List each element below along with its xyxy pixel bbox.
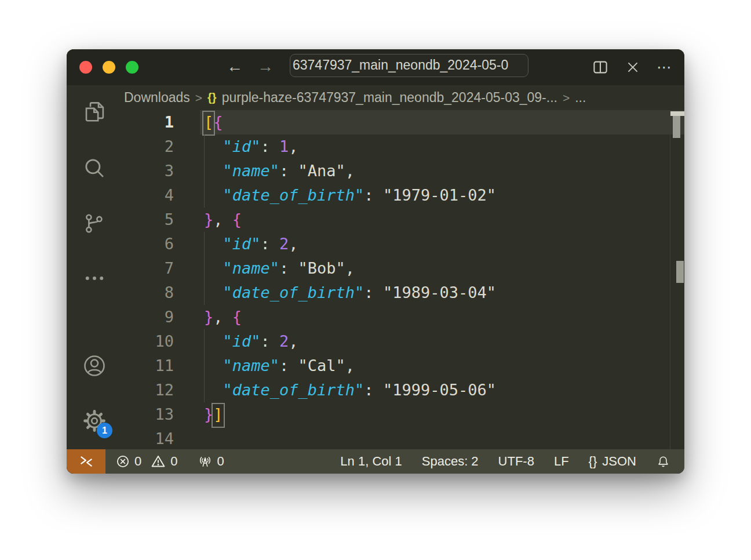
activity-bar: 1: [67, 85, 122, 449]
line-number: 9: [122, 305, 174, 329]
line-number: 12: [122, 378, 174, 402]
code-text: "date_of_birth": "1979-01-02": [204, 183, 496, 208]
title-bar: ← → 63747937_main_neondb_2024-05-0 ⋯: [67, 49, 684, 85]
eol-sequence[interactable]: LF: [554, 454, 569, 469]
code-line[interactable]: 10 "id": 2,: [122, 329, 684, 354]
indent-guide: [204, 159, 205, 183]
code-line[interactable]: 11 "name": "Cal",: [122, 354, 684, 378]
code-line[interactable]: 9}, {: [122, 305, 684, 329]
line-number: 5: [122, 208, 174, 232]
code-line[interactable]: 4 "date_of_birth": "1979-01-02": [122, 183, 684, 208]
code-text: "date_of_birth": "1999-05-06": [204, 378, 496, 402]
scrollbar-thumb[interactable]: [673, 116, 680, 138]
language-label: JSON: [602, 454, 636, 469]
indent-guide: [204, 281, 205, 305]
code-line[interactable]: 8 "date_of_birth": "1989-03-04": [122, 281, 684, 305]
zoom-traffic-light[interactable]: [126, 61, 138, 74]
accounts-icon[interactable]: [67, 345, 122, 387]
breadcrumb: Downloads > {} purple-haze-63747937_main…: [122, 85, 684, 110]
back-arrow-icon[interactable]: ←: [223, 57, 246, 77]
more-actions-icon[interactable]: ⋯: [657, 59, 672, 77]
breadcrumb-separator: >: [195, 91, 202, 105]
more-views-icon[interactable]: [67, 257, 122, 299]
command-center-title[interactable]: 63747937_main_neondb_2024-05-0: [290, 54, 528, 77]
code-line[interactable]: 6 "id": 2,: [122, 232, 684, 256]
line-number: 3: [122, 159, 174, 183]
overview-current-line-marker: [670, 111, 684, 116]
line-number: 8: [122, 281, 174, 305]
indent-guide: [204, 378, 205, 402]
explorer-icon[interactable]: [67, 91, 122, 133]
warnings-count: 0: [170, 454, 177, 469]
line-number: 10: [122, 329, 174, 354]
indent-guide: [204, 329, 205, 354]
overview-ruler-border: [670, 110, 670, 449]
notifications-bell-icon[interactable]: [656, 454, 670, 469]
overview-marker: [676, 261, 684, 283]
breadcrumb-folder[interactable]: Downloads: [124, 90, 190, 106]
encoding[interactable]: UTF-8: [498, 454, 534, 469]
close-traffic-light[interactable]: [79, 61, 92, 74]
source-control-icon[interactable]: [67, 203, 122, 245]
indent-guide: [204, 354, 205, 378]
code-text: "name": "Cal",: [204, 354, 355, 378]
line-number: 2: [122, 134, 174, 159]
vscode-window: ← → 63747937_main_neondb_2024-05-0 ⋯: [67, 49, 684, 474]
problems-warnings[interactable]: 0: [151, 454, 177, 469]
breadcrumb-file[interactable]: purple-haze-63747937_main_neondb_2024-05…: [222, 90, 557, 106]
line-number: 14: [122, 427, 174, 449]
search-icon[interactable]: [67, 147, 122, 189]
indent-guide: [204, 232, 205, 256]
ports-indicator[interactable]: 0: [198, 454, 224, 469]
line-number: 11: [122, 354, 174, 378]
code-text: }, {: [204, 305, 242, 329]
code-text: "name": "Ana",: [204, 159, 355, 183]
errors-count: 0: [134, 454, 141, 469]
code-line[interactable]: 1[{: [122, 110, 684, 134]
editor[interactable]: Downloads > {} purple-haze-63747937_main…: [122, 85, 684, 449]
json-file-icon: {}: [207, 91, 217, 104]
code-line[interactable]: 3 "name": "Ana",: [122, 159, 684, 183]
indentation[interactable]: Spaces: 2: [422, 454, 479, 469]
code-line[interactable]: 2 "id": 1,: [122, 134, 684, 159]
code-text: "name": "Bob",: [204, 256, 355, 281]
settings-gear-icon[interactable]: 1: [67, 400, 122, 442]
cursor-position[interactable]: Ln 1, Col 1: [340, 454, 402, 469]
error-icon: [116, 454, 130, 468]
code-text: [{: [204, 110, 223, 134]
code-text: "id": 1,: [204, 134, 298, 159]
split-editor-icon[interactable]: [592, 59, 609, 76]
indent-guide: [204, 256, 205, 281]
code-line[interactable]: 7 "name": "Bob",: [122, 256, 684, 281]
forward-arrow-icon[interactable]: →: [254, 57, 277, 77]
problems-errors[interactable]: 0: [116, 454, 141, 469]
code-text: "id": 2,: [204, 329, 298, 354]
line-number: 6: [122, 232, 174, 256]
line-number: 7: [122, 256, 174, 281]
code-line[interactable]: 5}, {: [122, 208, 684, 232]
line-number: 13: [122, 402, 174, 427]
warning-icon: [151, 454, 166, 469]
status-bar: 0 0 0: [67, 449, 684, 474]
close-editor-icon[interactable]: [625, 60, 640, 75]
minimize-traffic-light[interactable]: [103, 61, 115, 74]
settings-badge: 1: [97, 423, 112, 438]
braces-icon: {}: [589, 454, 597, 469]
ports-count: 0: [217, 454, 224, 469]
code-line[interactable]: 13}]: [122, 402, 684, 427]
code-lines[interactable]: 1[{2 "id": 1,3 "name": "Ana",4 "date_of_…: [122, 110, 684, 449]
code-text: }]: [204, 402, 223, 427]
code-text: "date_of_birth": "1989-03-04": [204, 281, 496, 305]
code-line[interactable]: 14: [122, 427, 684, 449]
breadcrumb-symbol-tail[interactable]: ...: [575, 90, 586, 106]
indent-guide: [204, 183, 205, 208]
radio-tower-icon: [198, 454, 213, 469]
language-mode[interactable]: {} JSON: [589, 454, 636, 469]
code-text: }, {: [204, 208, 242, 232]
line-number: 4: [122, 183, 174, 208]
indent-guide: [204, 134, 205, 159]
line-number: 1: [122, 110, 174, 134]
code-line[interactable]: 12 "date_of_birth": "1999-05-06": [122, 378, 684, 402]
remote-indicator[interactable]: [67, 449, 105, 474]
code-text: "id": 2,: [204, 232, 298, 256]
